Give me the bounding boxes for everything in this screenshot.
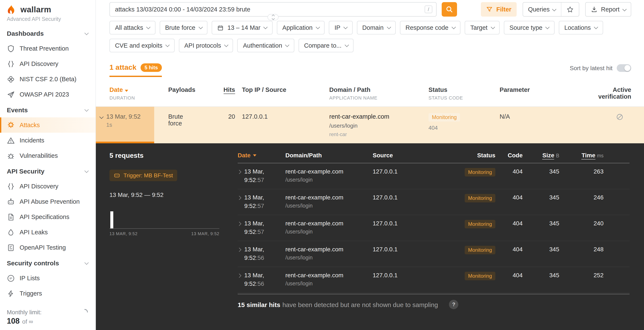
sidebar-item-api-specifications[interactable]: API Specifications <box>0 209 96 225</box>
req-column-domain[interactable]: Domain/Path <box>285 152 373 159</box>
sidebar-item-api-abuse-prevention[interactable]: API Abuse Prevention <box>0 194 96 209</box>
document-icon <box>7 213 15 221</box>
column-header-parameter[interactable]: Parameter <box>500 86 572 100</box>
req-column-date[interactable]: Date <box>238 152 285 159</box>
column-header-payloads[interactable]: Payloads <box>168 86 215 100</box>
request-row[interactable]: 13 Mar, 9:52:57 rent-car-example.com/use… <box>238 189 630 215</box>
nist-icon <box>7 75 15 83</box>
sidebar-item-api-discovery-2[interactable]: API Discovery <box>0 179 96 194</box>
req-column-status[interactable]: Status <box>454 152 495 159</box>
sidebar-item-nist-csf[interactable]: NIST CSF 2.0 (Beta) <box>0 71 96 87</box>
chevron-expanded-icon[interactable] <box>100 115 103 118</box>
chevron-right-icon[interactable] <box>237 274 241 278</box>
column-header-verification[interactable]: Active verification <box>572 86 644 100</box>
chevron-down-icon <box>546 25 550 29</box>
sidebar-item-api-leaks[interactable]: API Leaks <box>0 225 96 240</box>
tab-attacks[interactable]: 1 attack 5 hits <box>110 63 162 77</box>
favorite-button[interactable] <box>561 2 579 16</box>
chevron-down-icon <box>285 43 289 47</box>
help-icon[interactable]: ? <box>449 300 458 309</box>
column-header-status[interactable]: Status STATUS CODE <box>428 86 500 100</box>
braces-icon <box>7 60 15 68</box>
attack-count: 1 attack <box>110 63 136 72</box>
request-row[interactable]: 13 Mar, 9:52:57 rent-car-example.com/use… <box>238 163 630 189</box>
requests-time-range: 13 Mar, 9:52 — 9:52 <box>110 191 238 198</box>
filter-chip-domain[interactable]: Domain <box>357 21 396 34</box>
column-header-source[interactable]: Top IP / Source <box>242 86 329 100</box>
chevron-right-icon[interactable] <box>237 248 241 252</box>
filter-chip-locations[interactable]: Locations <box>559 21 603 34</box>
filter-chip-date-range[interactable]: 13 – 14 Mar <box>212 21 272 34</box>
monthly-limit: Monthly limit: 108of ∞ <box>0 306 96 330</box>
request-row[interactable]: 13 Mar, 9:52:56 rent-car-example.com/use… <box>238 267 630 293</box>
blocked-icon[interactable] <box>616 113 624 121</box>
filter-chip-source-type[interactable]: Source type <box>504 21 554 34</box>
droplet-icon <box>7 228 15 236</box>
requests-panel-summary: 5 requests Trigger: MB BF-Test 13 Mar, 9… <box>96 143 238 330</box>
sidebar-item-incidents[interactable]: Incidents <box>0 133 96 148</box>
hits-badge: 5 hits <box>141 63 162 72</box>
search-button[interactable] <box>442 2 457 16</box>
report-button[interactable]: Report <box>585 2 631 16</box>
sidebar-item-ip-lists[interactable]: IP IP Lists <box>0 270 96 286</box>
filter-chip-cve-exploits[interactable]: CVE and exploits <box>110 39 174 52</box>
chevron-down-icon <box>387 25 390 29</box>
filter-icon <box>486 6 493 13</box>
req-column-code[interactable]: Code <box>495 152 522 159</box>
sort-desc-icon <box>125 90 128 92</box>
attack-date: 13 Mar, 9:52 <box>106 113 140 120</box>
column-header-date[interactable]: Date DURATION <box>96 86 168 100</box>
sidebar-item-owasp-api[interactable]: OWASP API 2023 <box>0 87 96 102</box>
filter-chip-target[interactable]: Target <box>465 21 500 34</box>
attacks-table-header: Date DURATION Payloads Hits Top IP / Sou… <box>96 86 644 107</box>
filter-chip-authentication[interactable]: Authentication <box>238 39 294 52</box>
topbar-actions: Filter Queries Report <box>481 2 631 16</box>
sidebar-item-triggers[interactable]: Triggers <box>0 286 96 301</box>
sort-toggle[interactable] <box>617 64 631 72</box>
sidebar-section-events[interactable]: Events <box>0 102 96 117</box>
chevron-down-icon <box>594 25 598 29</box>
search-collapse-handle[interactable] <box>268 14 278 20</box>
attack-row[interactable]: 13 Mar, 9:52 1s Brute force 20 127.0.0.1… <box>96 107 644 143</box>
filter-chip-all-attacks[interactable]: All attacks <box>110 21 155 34</box>
filter-chip-ip[interactable]: IP <box>329 21 352 34</box>
chevron-right-icon[interactable] <box>237 222 241 226</box>
sidebar-item-attacks[interactable]: Attacks <box>0 117 96 133</box>
req-column-source[interactable]: Source <box>373 152 454 159</box>
column-header-domain[interactable]: Domain / Path APPLICATION NAME <box>329 86 428 100</box>
sidebar-section-security-controls[interactable]: Security controls <box>0 255 96 270</box>
wallarm-logo-icon <box>6 4 17 15</box>
sidebar-item-api-discovery[interactable]: API Discovery <box>0 56 96 71</box>
filter-chip-application[interactable]: Application <box>277 21 325 34</box>
filter-button[interactable]: Filter <box>481 2 516 16</box>
chevron-right-icon[interactable] <box>237 170 241 174</box>
brand[interactable]: wallarm <box>0 4 96 15</box>
chevron-down-icon <box>345 43 348 47</box>
chevron-down-icon <box>84 260 88 264</box>
status-badge: Monitoring <box>465 246 495 254</box>
slash-shortcut-hint: / <box>425 5 432 13</box>
sidebar-section-api-security[interactable]: API Security <box>0 163 96 179</box>
filter-chip-compare-to[interactable]: Compare to... <box>298 39 354 52</box>
req-column-time[interactable]: Time ms <box>559 152 604 159</box>
sidebar-item-threat-prevention[interactable]: Threat Prevention <box>0 41 96 56</box>
request-row[interactable]: 13 Mar, 9:52:57 rent-car-example.com/use… <box>238 215 630 241</box>
sidebar-nav: Dashboards Threat Prevention API Discove… <box>0 25 96 306</box>
chevron-down-icon <box>316 25 320 29</box>
req-column-size[interactable]: Size B <box>522 152 559 159</box>
request-row[interactable]: 13 Mar, 9:52:56 rent-car-example.com/use… <box>238 241 630 267</box>
filter-chip-api-protocols[interactable]: API protocols <box>179 39 233 52</box>
filter-chips-row1: All attacks Brute force 13 – 14 Mar Appl… <box>96 16 644 34</box>
trigger-chip[interactable]: Trigger: MB BF-Test <box>110 170 177 181</box>
column-header-hits[interactable]: Hits <box>215 86 242 100</box>
sidebar-item-openapi-testing[interactable]: OpenAPI Testing <box>0 240 96 255</box>
chevron-right-icon[interactable] <box>237 196 241 200</box>
status-badge: Monitoring <box>465 168 495 176</box>
filter-chip-brute-force[interactable]: Brute force <box>160 21 208 34</box>
queries-group: Queries <box>522 2 579 16</box>
filter-chip-response-code[interactable]: Response code <box>400 21 461 34</box>
queries-button[interactable]: Queries <box>523 2 561 16</box>
attack-row-date-cell[interactable]: 13 Mar, 9:52 1s <box>96 107 154 143</box>
sidebar-item-vulnerabilities[interactable]: Vulnerabilities <box>0 148 96 163</box>
sidebar-section-dashboards[interactable]: Dashboards <box>0 25 96 41</box>
